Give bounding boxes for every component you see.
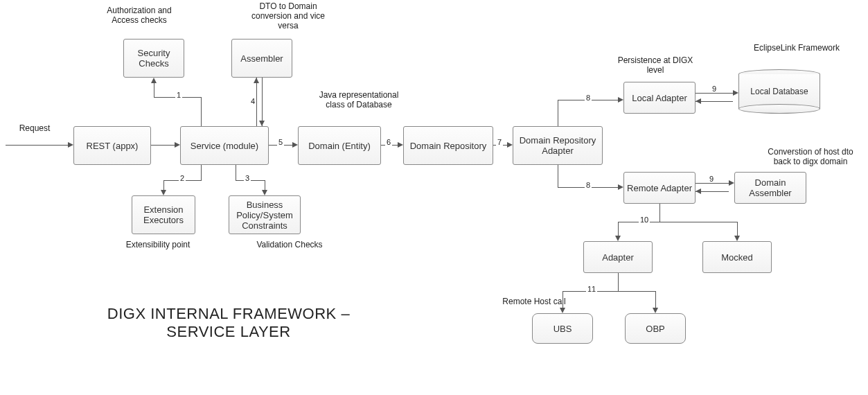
arrow-head-icon xyxy=(507,142,513,148)
label-dto: DTO to Domain conversion and vice versa xyxy=(247,1,330,30)
node-ubs: UBS xyxy=(532,313,593,344)
node-label: Domain Assembler xyxy=(738,177,803,198)
arrow xyxy=(6,145,68,146)
edge-number: 4 xyxy=(249,97,256,105)
node-label: Local Database xyxy=(750,87,808,96)
arrow xyxy=(563,291,563,308)
edge-number: 6 xyxy=(385,138,392,146)
arrow xyxy=(201,97,202,126)
edge-number: 8 xyxy=(585,94,592,102)
node-remote-adapter: Remote Adapter xyxy=(623,172,696,204)
edge-number: 9 xyxy=(711,85,718,93)
arrow xyxy=(558,165,558,187)
arrow xyxy=(163,180,164,190)
arrow xyxy=(696,101,733,102)
arrow xyxy=(737,222,738,236)
edge-number: 5 xyxy=(277,138,284,146)
arrow-head-icon xyxy=(696,98,701,104)
edge-number: 8 xyxy=(585,181,592,189)
arrow xyxy=(618,273,619,291)
node-domain-repo-adapter: Domain Repository Adapter xyxy=(513,126,603,165)
node-label: Remote Adapter xyxy=(627,183,692,193)
edge-number: 9 xyxy=(708,175,715,183)
edge-number: 1 xyxy=(175,91,182,99)
arrow xyxy=(618,222,619,236)
node-label: Business Policy/System Constraints xyxy=(232,200,297,231)
arrow xyxy=(696,183,729,184)
arrow-head-icon xyxy=(259,121,265,126)
node-security-checks: Security Checks xyxy=(123,39,184,78)
node-label: UBS xyxy=(553,324,572,334)
node-obp: OBP xyxy=(625,313,686,344)
edge-number: 7 xyxy=(496,138,503,146)
node-domain-repo: Domain Repository xyxy=(403,126,493,165)
node-label: Adapter xyxy=(602,252,634,263)
node-label: Domain Repository xyxy=(410,141,487,151)
label-request: Request xyxy=(14,123,55,133)
label-eclipselink: EclipseLink Framework xyxy=(748,43,845,53)
node-label: Local Adapter xyxy=(632,93,687,103)
arrow-head-icon xyxy=(618,184,623,190)
label-remote-host: Remote Host call xyxy=(496,297,572,306)
node-mocked: Mocked xyxy=(702,241,772,273)
node-business-policy: Business Policy/System Constraints xyxy=(229,195,301,234)
node-extension-executors: Extension Executors xyxy=(132,195,195,234)
node-label: Domain Repository Adapter xyxy=(516,135,599,156)
arrow-head-icon xyxy=(398,142,403,148)
node-label: Domain (Entity) xyxy=(308,141,371,151)
arrow xyxy=(256,78,257,126)
node-label: Mocked xyxy=(721,252,753,263)
arrow xyxy=(659,204,660,222)
arrow xyxy=(618,222,737,222)
arrow-head-icon xyxy=(262,190,267,195)
arrow-head-icon xyxy=(161,190,166,195)
arrow-head-icon xyxy=(151,78,157,83)
node-local-database: Local Database xyxy=(738,69,820,114)
node-domain-assembler: Domain Assembler xyxy=(734,172,806,204)
arrow xyxy=(154,83,154,98)
node-local-adapter: Local Adapter xyxy=(623,82,696,114)
edge-number: 10 xyxy=(639,216,650,224)
edge-number: 2 xyxy=(179,174,186,182)
arrow xyxy=(265,180,265,190)
node-label: Assembler xyxy=(240,53,283,64)
node-assembler: Assembler xyxy=(231,39,292,78)
edge-number: 11 xyxy=(586,285,597,293)
edge-number: 3 xyxy=(244,174,251,182)
label-auth: Authorization and Access checks xyxy=(94,6,184,25)
node-adapter: Adapter xyxy=(583,241,653,273)
label-java-rep: Java representational class of Database xyxy=(310,90,407,109)
node-service: Service (module) xyxy=(180,126,269,165)
arrow xyxy=(558,100,558,126)
label-extensibility: Extensibility point xyxy=(116,240,200,249)
arrow-head-icon xyxy=(254,78,259,83)
node-label: REST (appx) xyxy=(87,141,139,151)
arrow-head-icon xyxy=(653,308,658,313)
node-label: Service (module) xyxy=(191,141,258,151)
node-domain: Domain (Entity) xyxy=(298,126,381,165)
node-rest: REST (appx) xyxy=(73,126,151,165)
diagram-title: DIGX INTERNAL FRAMEWORK – SERVICE LAYER xyxy=(100,305,357,341)
arrow-head-icon xyxy=(560,308,565,313)
arrow-head-icon xyxy=(618,97,623,103)
arrow xyxy=(151,145,175,146)
node-label: Security Checks xyxy=(127,48,181,69)
node-label: Extension Executors xyxy=(135,204,192,225)
arrow-head-icon xyxy=(68,142,73,148)
arrow xyxy=(655,291,656,308)
arrow-head-icon xyxy=(734,236,740,241)
arrow xyxy=(201,165,202,180)
arrow xyxy=(696,93,733,94)
label-conversion: Converstion of host dto back to digx dom… xyxy=(759,147,862,166)
arrow-head-icon xyxy=(615,236,621,241)
label-validation: Validation Checks xyxy=(248,240,331,249)
arrow-head-icon xyxy=(292,142,298,148)
arrow-head-icon xyxy=(175,142,180,148)
arrow xyxy=(563,291,655,292)
arrow-head-icon xyxy=(733,90,738,96)
arrow-head-icon xyxy=(696,188,701,194)
arrow xyxy=(262,78,263,126)
arrow xyxy=(236,165,236,180)
label-persistence: Persistence at DIGX level xyxy=(614,55,697,75)
node-label: OBP xyxy=(646,324,664,334)
